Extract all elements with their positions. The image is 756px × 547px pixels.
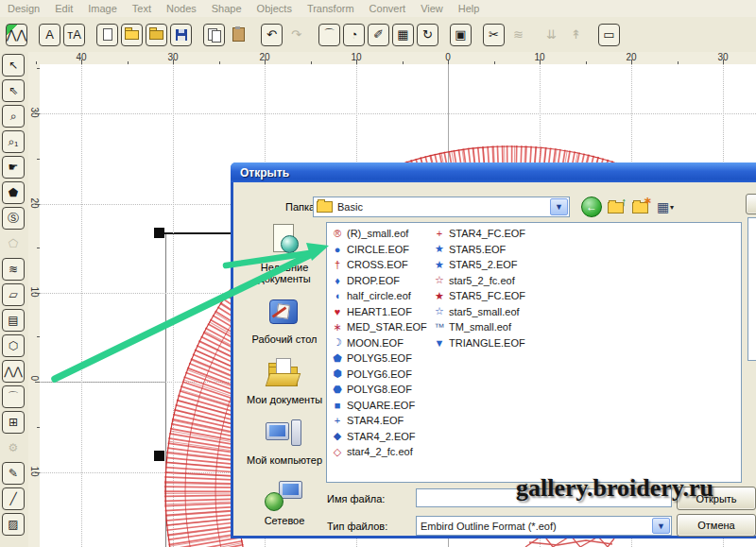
file-name: MOON.EOF [347,337,404,349]
file-item[interactable]: ★STAR5_2.EOF [433,257,525,273]
text-transform-button[interactable]: тA [63,24,85,46]
file-item[interactable]: ☆star5_2_fc.eof [433,273,525,289]
file-item[interactable]: +STAR4_FC.EOF [433,226,525,242]
outline-polygon-tool[interactable]: ⬡ [2,334,25,357]
file-item[interactable]: ®(R)_small.eof [331,226,427,242]
eye-scissors-button[interactable]: ✂ [483,24,505,46]
file-item[interactable]: ⬣POLYG8.EOF [331,382,427,398]
copy-button[interactable] [203,24,225,46]
desktop-icon [264,296,305,332]
file-item[interactable]: ™TM_small.eof [433,319,525,335]
pan-hand-tool[interactable]: ☛ [2,156,25,179]
file-item[interactable]: ▼TRIANGLE.EOF [433,335,525,351]
import-file-button[interactable] [146,24,167,46]
place-my-documents[interactable]: Мои документы [245,356,324,405]
pen-tool[interactable]: ✎ [2,462,25,485]
file-item[interactable]: ♥HEART1.EOF [331,304,427,320]
node-edit-tool[interactable]: ⇖ [2,79,25,102]
menu-transform[interactable]: Transform [300,3,362,14]
file-item[interactable]: ♦DROP.EOF [331,273,427,289]
folder-combobox[interactable]: Basic ▼ [313,197,570,217]
cutoff-button[interactable] [746,194,756,214]
embird-logo-button[interactable]: ⋀⋀ [6,24,27,46]
curve-measure-button[interactable]: ⌒ [318,24,340,46]
image-grid-button[interactable]: ▦ [392,24,414,46]
file-item[interactable]: ⬢POLYG6.EOF [331,367,427,383]
menu-edit[interactable]: Edit [47,3,80,14]
zoom-one-tool[interactable]: ⌕₁ [2,130,25,153]
open-file-button[interactable] [121,24,143,46]
file-icon: ▼ [433,337,446,349]
file-list-column-1: ®(R)_small.eof●CIRCLE.EOF†CROSS.EOF♦DROP… [331,226,427,460]
undo-button[interactable]: ↶ [261,24,283,46]
file-item[interactable]: ☆star5_small.eof [433,304,525,320]
menu-help[interactable]: Help [451,3,488,14]
file-item[interactable]: †CROSS.EOF [331,257,427,273]
speed-gauge-button[interactable]: ◔ [343,24,365,46]
hoop-frame-button[interactable]: ▭ [598,24,620,46]
file-icon: ∗ [331,321,344,333]
menu-design[interactable]: Design [0,3,47,14]
file-item[interactable]: ●CIRCLE.EOF [331,242,427,258]
arc-tool-glyph: ⌒ [8,389,19,405]
dialog-titlebar[interactable]: Открыть [231,162,756,182]
place-my-computer[interactable]: Мой компьютер [245,417,324,466]
text-tool-button[interactable]: A [39,24,60,46]
place-network[interactable]: Сетевое [245,477,324,526]
fill-s-shape-tool[interactable]: Ⓢ [2,207,25,230]
up-level-button[interactable]: ↑ [606,197,628,217]
file-name: half_circle.eof [347,290,411,301]
cancel-button[interactable]: Отмена [677,514,756,537]
back-button[interactable]: ← [581,197,604,217]
shape-plus-tool[interactable]: ⊞ [2,411,25,434]
file-item[interactable]: ◇star4_2_fc.eof [331,444,427,460]
file-item[interactable]: +STAR4.EOF [331,413,427,429]
menu-text[interactable]: Text [125,3,159,14]
menu-shape[interactable]: Shape [204,3,249,14]
fill-shape-tool[interactable]: ⬟ [2,181,25,204]
rotate-selection-button[interactable]: ↻ [417,24,438,46]
file-item[interactable]: ◖half_circle.eof [331,288,427,304]
menu-view[interactable]: View [413,3,451,14]
outline-quad-tool[interactable]: ▱ [2,283,25,306]
paste-button [228,24,249,46]
file-item[interactable]: ★STAR5_FC.EOF [433,288,525,304]
file-item[interactable]: ☽MOON.EOF [331,335,427,351]
file-item[interactable]: ◆STAR4_2.EOF [331,429,427,445]
sewing-simulator-button[interactable]: ✐ [368,24,389,46]
grid-line-horizontal [40,113,756,114]
place-recent-documents[interactable]: Недавние документы [245,224,324,284]
file-item[interactable]: ∗MED_STAR.EOF [331,319,427,335]
ribbon-tool[interactable]: ≋ [2,258,25,281]
selection-handle-middle-left[interactable] [154,451,164,461]
folder-dropdown-arrow[interactable]: ▼ [550,198,568,215]
file-list[interactable]: ®(R)_small.eof●CIRCLE.EOF†CROSS.EOF♦DROP… [326,222,742,483]
place-desktop[interactable]: Рабочий стол [245,296,324,345]
file-item[interactable]: ■SQUARE.EOF [331,398,427,414]
new-file-button[interactable] [96,24,118,46]
filetype-label: Тип файлов: [327,521,387,532]
zigzag-stitch-tool[interactable]: ⋀⋀ [2,360,25,383]
menu-objects[interactable]: Objects [249,3,300,14]
new-folder-button[interactable]: ∗ [630,197,653,217]
fan-fill-tool[interactable]: ▤ [2,309,25,332]
file-item[interactable]: ★STAR5.EOF [433,242,525,258]
hatch-tool[interactable]: ▨ [2,513,25,536]
selection-handle-top-left[interactable] [154,228,164,238]
filetype-dropdown-arrow[interactable]: ▼ [652,518,670,534]
save-file-button[interactable] [170,24,192,46]
select-tool[interactable]: ↖ [2,54,25,77]
view-menu-button[interactable]: ▦▾ [655,197,678,217]
arc-tool[interactable]: ⌒ [2,385,25,408]
menu-convert[interactable]: Convert [362,3,414,14]
menu-image[interactable]: Image [80,3,125,14]
sewing-simulator-button-glyph: ✐ [373,27,384,42]
knife-tool[interactable]: ╱ [2,487,25,510]
file-icon: ⬣ [331,384,344,396]
filetype-combobox[interactable]: Embird Outline Format (*.eof) ▼ [416,516,672,536]
window-mode-button[interactable]: ▣ [450,24,472,46]
zoom-tool[interactable]: ⌕ [2,105,25,128]
menu-nodes[interactable]: Nodes [159,3,204,14]
file-item[interactable]: ⬟POLYG5.EOF [331,350,427,367]
image-grid-button-glyph: ▦ [397,27,408,42]
